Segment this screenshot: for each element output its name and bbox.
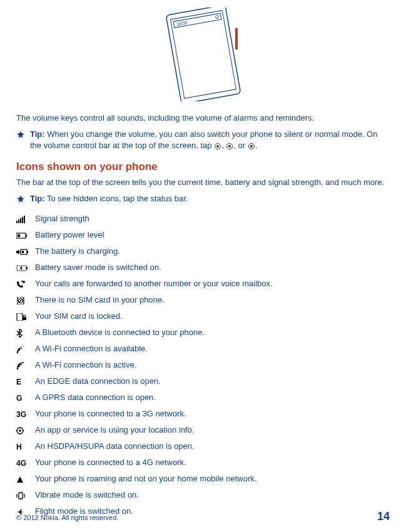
page-number: 14 [377, 510, 390, 523]
icon-item-location: An app or service is using your location… [16, 425, 390, 436]
battery-icon [16, 233, 30, 239]
gprs-icon: G [16, 394, 30, 403]
icon-item-edge: E An EDGE data connection is open. [16, 376, 390, 388]
icon-label: Battery saver mode is switched on. [35, 263, 161, 273]
section-heading: Icons shown on your phone [16, 161, 390, 173]
icon-label: There is no SIM card in your phone. [35, 295, 165, 306]
threeg-icon: 3G [16, 410, 30, 419]
icon-label: A Bluetooth device is connected to your … [35, 328, 205, 338]
svg-rect-6 [16, 221, 18, 223]
wifi-active-icon [16, 362, 30, 369]
tip-text-part2: . [255, 141, 258, 150]
roaming-icon [16, 476, 30, 483]
icon-item-bluetooth: A Bluetooth device is connected to your … [16, 328, 390, 339]
icon-label: A GPRS data connection is open. [35, 393, 156, 403]
svg-rect-21 [23, 317, 26, 320]
tip-label: Tip: [30, 194, 45, 203]
icon-label: Your phone is roaming and not on your ho… [35, 474, 256, 484]
icon-item-roaming: Your phone is roaming and not on your ho… [16, 474, 390, 485]
tip-text: To see hidden icons, tap the status bar. [45, 194, 188, 203]
intro-text: The volume keys control all sounds, incl… [16, 113, 390, 124]
icon-item-gprs: G A GPRS data connection is open. [16, 393, 390, 404]
svg-line-20 [19, 299, 23, 302]
tip-label: Tip: [30, 129, 45, 139]
sim-locked-icon [16, 313, 30, 321]
tip-sep2: , or [233, 141, 247, 150]
icon-label: An EDGE data connection is open. [35, 376, 161, 387]
svg-point-4 [215, 15, 219, 19]
icon-item-wifi-active: A Wi-Fi connection is active. [16, 360, 390, 371]
star-icon [16, 194, 25, 205]
copyright: © 2012 Nokia. All rights reserved. [16, 514, 118, 521]
tip-sep1: , [221, 141, 226, 150]
tip-content: Tip: To see hidden icons, tap the status… [30, 193, 188, 204]
tip-content: Tip: When you change the volume, you can… [30, 129, 390, 151]
icon-item-wifi-available: A Wi-Fi connection is available. [16, 344, 390, 355]
location-icon [16, 427, 30, 434]
signal-icon [16, 216, 30, 223]
svg-rect-12 [26, 234, 27, 237]
silent-ring-icon [226, 143, 233, 149]
icon-item-hsdpa: H An HSDPA/HSUPA data connection is open… [16, 441, 390, 453]
icon-label: An app or service is using your location… [35, 425, 194, 436]
icon-item-vibrate: Vibrate mode is switched on. [16, 490, 390, 501]
svg-point-25 [19, 429, 21, 432]
svg-rect-5 [235, 28, 238, 49]
icon-item-3g: 3G Your phone is connected to a 3G netwo… [16, 409, 390, 420]
icon-label: Your SIM card is locked. [35, 311, 123, 322]
svg-rect-16 [22, 251, 24, 253]
icon-label: A Wi-Fi connection is active. [35, 360, 137, 371]
svg-rect-7 [18, 219, 19, 223]
icon-label: Vibrate mode is switched on. [35, 490, 139, 501]
svg-rect-8 [20, 218, 21, 223]
icon-item-signal: Signal strength [16, 214, 390, 225]
svg-rect-30 [19, 493, 23, 499]
icon-item-4g: 4G Your phone is connected to a 4G netwo… [16, 458, 390, 469]
svg-point-23 [17, 368, 19, 369]
wifi-available-icon [16, 346, 30, 353]
star-icon [16, 130, 25, 141]
icon-label: Your phone is connected to a 4G network. [35, 458, 186, 468]
svg-rect-18 [26, 267, 28, 269]
fourg-icon: 4G [16, 459, 30, 468]
phone-illustration: 10/30 [16, 8, 390, 101]
icon-item-simlocked: Your SIM card is locked. [16, 311, 390, 323]
icon-label: Battery power level [35, 230, 104, 241]
icon-item-saver: Battery saver mode is switched on. [16, 263, 390, 274]
icon-label: An HSDPA/HSUPA data connection is open. [35, 441, 195, 452]
footer: © 2012 Nokia. All rights reserved. 14 [16, 510, 390, 523]
tip-text-part1: When you change the volume, you can also… [30, 129, 377, 150]
icon-list: Signal strength Battery power level The … [16, 214, 390, 518]
vibrate-ring-icon [215, 143, 221, 149]
battery-saver-icon [16, 265, 30, 271]
no-sim-icon [16, 297, 30, 304]
edge-icon: E [16, 378, 30, 386]
ring-ring-icon [248, 143, 255, 149]
bluetooth-icon [16, 329, 30, 338]
svg-rect-15 [27, 251, 28, 253]
tip-volume: Tip: When you change the volume, you can… [16, 129, 390, 151]
svg-rect-10 [24, 216, 25, 223]
icon-item-nosim: There is no SIM card in your phone. [16, 295, 390, 306]
svg-rect-13 [18, 234, 20, 237]
tip-statusbar: Tip: To see hidden icons, tap the status… [16, 193, 390, 205]
section-intro: The bar at the top of the screen tells y… [16, 177, 390, 188]
battery-charging-icon [16, 249, 30, 255]
icon-label: Signal strength [35, 214, 89, 224]
call-forward-icon [16, 281, 30, 288]
icon-label: Your phone is connected to a 3G network. [35, 409, 186, 419]
hsdpa-icon: H [16, 443, 30, 451]
icon-label: Your calls are forwarded to another numb… [35, 279, 273, 289]
icon-label: The battery is charging. [35, 246, 120, 257]
vibrate-icon [16, 492, 30, 499]
icon-item-forward: Your calls are forwarded to another numb… [16, 279, 390, 290]
icon-item-charging: The battery is charging. [16, 246, 390, 258]
icon-item-battery: Battery power level [16, 230, 390, 241]
svg-rect-9 [22, 217, 23, 223]
icon-label: A Wi-Fi connection is available. [35, 344, 148, 354]
